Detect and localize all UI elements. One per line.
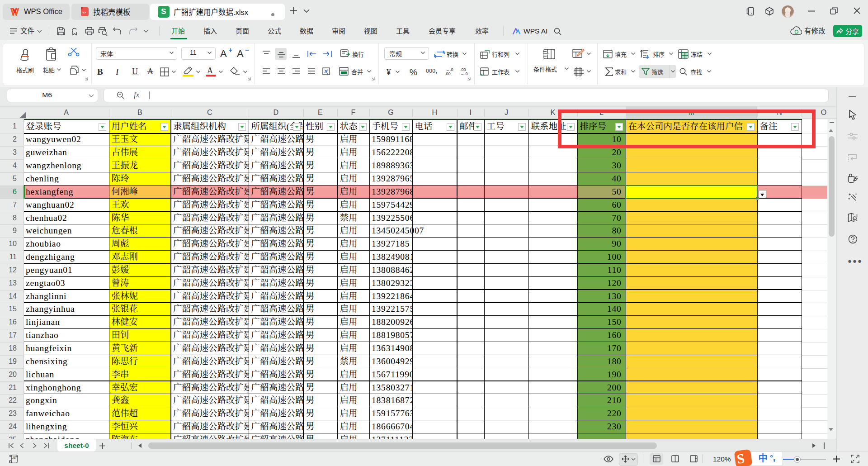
- svg-text:JS: JS: [12, 456, 16, 459]
